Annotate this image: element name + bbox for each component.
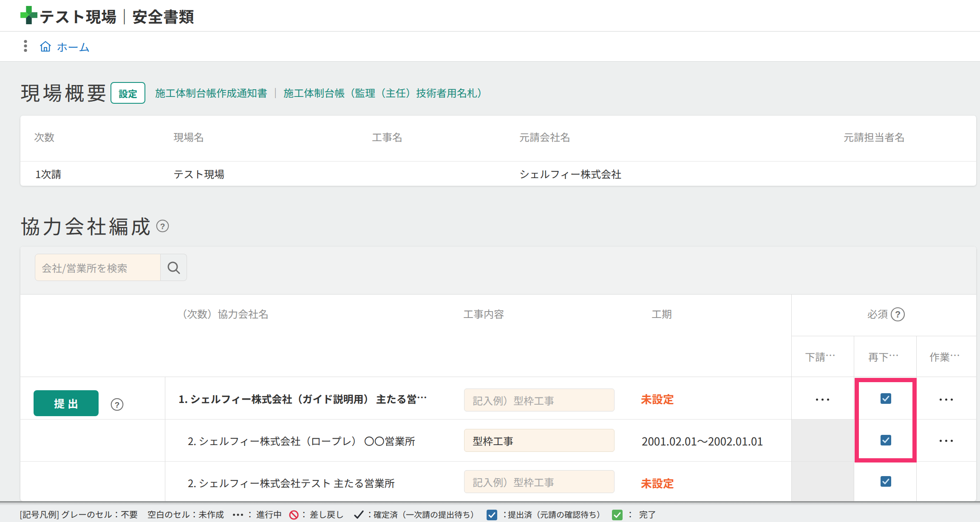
svg-text:?: ? bbox=[115, 400, 120, 409]
svg-text:?: ? bbox=[160, 222, 165, 231]
svg-text:?: ? bbox=[895, 309, 901, 320]
